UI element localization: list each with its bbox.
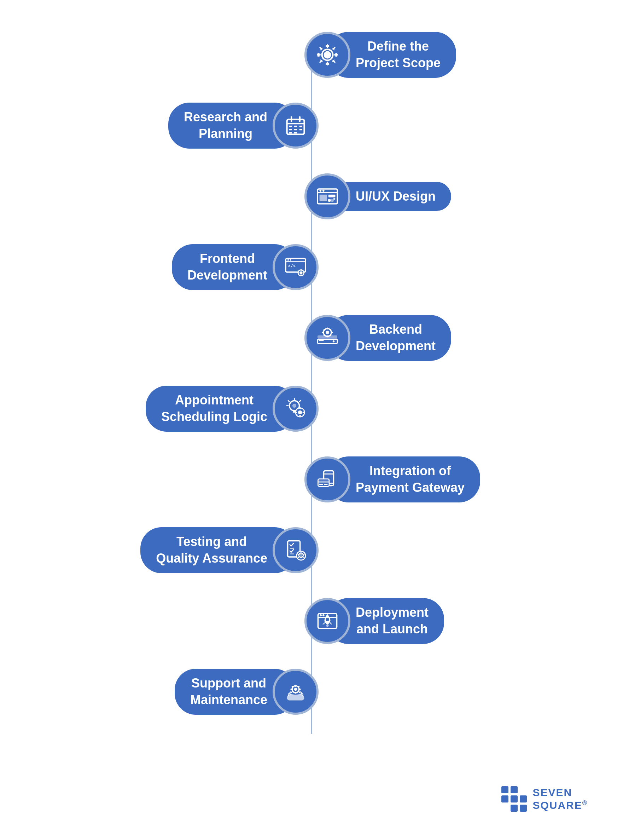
logo-dot-3 <box>520 786 527 793</box>
svg-rect-31 <box>301 269 302 271</box>
research-planning-label: Research andPlanning <box>184 109 267 142</box>
frontend-icon: </> <box>273 244 319 290</box>
deployment-icon <box>304 598 350 644</box>
define-project-scope-label: Define theProject Scope <box>356 38 440 71</box>
row-payment: Integration ofPayment Gateway <box>304 457 480 502</box>
svg-point-23 <box>333 198 336 200</box>
svg-point-30 <box>299 271 302 274</box>
svg-rect-11 <box>294 129 297 130</box>
deployment-label: Deploymentand Launch <box>356 605 428 638</box>
svg-line-73 <box>291 543 293 546</box>
svg-rect-42 <box>327 335 328 338</box>
row-deployment: Deploymentand Launch <box>304 598 444 644</box>
svg-rect-12 <box>299 129 302 130</box>
scheduling-icon <box>273 386 319 432</box>
logo-line1: SEVEN <box>532 786 588 799</box>
row-support: Support andMaintenance <box>175 669 319 715</box>
svg-rect-95 <box>295 692 296 694</box>
row-uiux-design: UI/UX Design <box>304 173 451 219</box>
svg-rect-44 <box>331 332 333 333</box>
payment-icon <box>304 457 350 502</box>
svg-line-76 <box>291 549 293 552</box>
row-backend-dev: BackendDevelopment <box>304 315 451 361</box>
svg-point-91 <box>326 618 329 622</box>
svg-rect-13 <box>289 132 292 133</box>
logo-dot-2 <box>511 786 518 793</box>
svg-rect-33 <box>297 272 299 274</box>
svg-rect-10 <box>289 129 292 130</box>
svg-point-17 <box>320 190 322 192</box>
logo-dot-1 <box>501 786 508 793</box>
logo-dot-5 <box>511 795 518 803</box>
row-define-project-scope: Define theProject Scope <box>304 32 456 78</box>
svg-rect-68 <box>318 481 329 483</box>
svg-rect-14 <box>294 132 297 133</box>
diagram-container: Define theProject Scope <box>0 0 623 840</box>
svg-point-27 <box>290 259 292 261</box>
research-icon <box>273 103 319 149</box>
svg-text:</>: </> <box>288 263 296 269</box>
svg-line-53 <box>299 400 301 402</box>
svg-point-40 <box>326 331 329 334</box>
svg-rect-20 <box>328 195 336 197</box>
logo-registered: ® <box>582 799 588 806</box>
testing-pill: Testing andQuality Assurance <box>140 527 296 573</box>
scheduling-label: AppointmentScheduling Logic <box>161 392 267 425</box>
svg-rect-41 <box>327 328 328 330</box>
svg-point-80 <box>299 553 301 554</box>
svg-rect-9 <box>299 126 302 127</box>
row-scheduling: AppointmentScheduling Logic <box>146 386 319 432</box>
svg-point-93 <box>294 688 297 691</box>
svg-rect-96 <box>290 689 292 690</box>
svg-rect-70 <box>324 484 328 485</box>
logo-line2: SQUARE® <box>532 799 588 812</box>
svg-point-18 <box>322 190 325 192</box>
svg-point-37 <box>333 340 335 343</box>
scope-icon <box>304 32 350 78</box>
svg-rect-57 <box>299 407 301 409</box>
logo-line2-text: SQUARE <box>532 799 582 811</box>
support-icon <box>273 669 319 715</box>
svg-rect-7 <box>289 126 292 127</box>
svg-rect-43 <box>322 332 324 333</box>
testing-label: Testing andQuality Assurance <box>156 534 267 567</box>
svg-point-26 <box>287 259 289 261</box>
row-frontend-dev: </> FrontendDevelopment <box>172 244 319 290</box>
svg-rect-94 <box>295 685 296 687</box>
svg-rect-8 <box>294 126 297 127</box>
uiux-design-label: UI/UX Design <box>356 188 436 205</box>
frontend-dev-label: FrontendDevelopment <box>187 251 267 284</box>
svg-rect-38 <box>319 340 324 341</box>
logo-text: SEVEN SQUARE® <box>532 786 588 812</box>
payment-label: Integration ofPayment Gateway <box>356 463 465 496</box>
svg-rect-60 <box>303 411 305 413</box>
svg-point-22 <box>331 199 334 202</box>
svg-rect-19 <box>320 195 327 201</box>
svg-point-2 <box>325 52 330 57</box>
logo-dot-9 <box>520 805 527 812</box>
svg-rect-58 <box>299 415 301 417</box>
svg-point-89 <box>320 614 322 616</box>
svg-point-81 <box>302 553 303 554</box>
svg-line-52 <box>288 400 290 402</box>
logo-dot-4 <box>501 795 508 803</box>
testing-icon <box>273 527 319 573</box>
svg-rect-97 <box>299 689 301 690</box>
logo: SEVEN SQUARE® <box>501 786 588 812</box>
design-icon <box>304 173 350 219</box>
svg-point-90 <box>322 614 325 616</box>
backend-icon <box>304 315 350 361</box>
logo-dot-8 <box>511 805 518 812</box>
logo-grid <box>501 786 527 812</box>
row-testing: Testing andQuality Assurance <box>140 527 319 573</box>
logo-dot-6 <box>520 795 527 803</box>
backend-dev-label: BackendDevelopment <box>356 321 436 355</box>
svg-rect-62 <box>293 411 296 412</box>
svg-rect-32 <box>301 274 302 276</box>
row-research-planning: Research andPlanning <box>168 103 319 149</box>
svg-rect-69 <box>319 484 323 485</box>
svg-point-21 <box>328 199 331 202</box>
svg-point-56 <box>298 411 302 414</box>
svg-rect-61 <box>293 410 296 412</box>
logo-dot-7 <box>501 805 508 812</box>
